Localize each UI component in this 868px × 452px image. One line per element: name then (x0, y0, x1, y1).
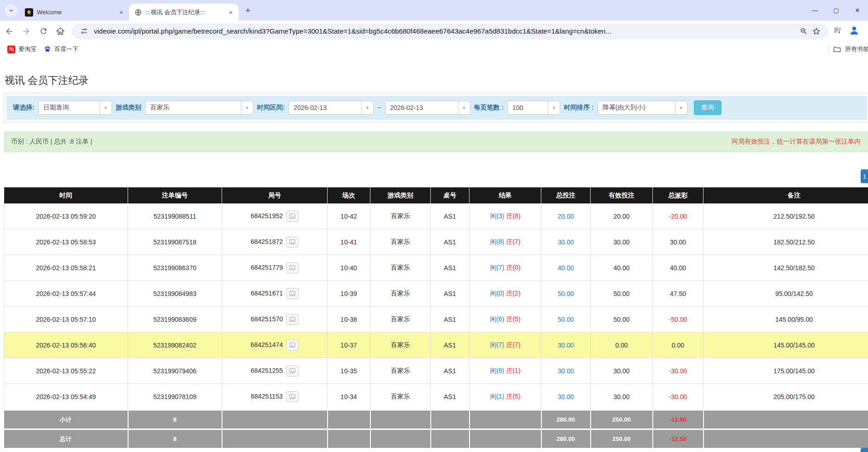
maximize-icon[interactable]: ▢ (826, 0, 847, 21)
query-type-value: 日期查询 (39, 104, 100, 112)
footer-label: 小计 (4, 410, 128, 429)
welcome-favicon (25, 8, 33, 17)
cell-total-bet: 50.00 (541, 307, 591, 332)
round-preview-button[interactable] (286, 211, 299, 222)
cell-valid-bet: 50.00 (591, 281, 653, 307)
round-preview-button[interactable] (286, 365, 299, 377)
date-from-value: 2026-02-13 (289, 104, 361, 111)
table-footer-row: 总计 8 280.00 250.00 -12.50 (4, 429, 868, 448)
pagination-page-button[interactable]: 1 (861, 169, 868, 183)
cell-bet-id: 523199084983 (128, 281, 222, 307)
new-tab-button[interactable]: + (241, 4, 254, 17)
bookmarks-right: 所有书签 (829, 45, 868, 53)
cell-time: 2026-02-13 05:58:53 (4, 229, 128, 255)
table-row: 2026-02-13 05:59:20 523199088511 6842519… (4, 203, 868, 229)
per-page-select[interactable]: 100 ▾ (507, 101, 560, 115)
zoom-icon[interactable] (797, 25, 810, 38)
browser-window: Welcome × :::视讯 会员下注纪录::: × + — ▢ ✕ (0, 0, 868, 452)
result-player: 闲(6) (490, 315, 504, 323)
footer-count: 8 (128, 429, 222, 448)
round-preview-button[interactable] (286, 391, 299, 402)
footer-total-bet: 280.00 (541, 429, 591, 448)
sort-order-label: 时间排序 : (564, 104, 594, 112)
divider (829, 45, 829, 53)
forward-button[interactable] (18, 23, 34, 39)
home-button[interactable] (53, 23, 68, 39)
url-text[interactable]: videoie.com/ipl/portal.php/game/betrecor… (94, 27, 793, 35)
column-header: 场次 (328, 187, 370, 203)
reload-button[interactable] (35, 23, 51, 39)
filter-panel: 请选择: 日期查询 ▾ 游戏类别 百家乐 ▾ 时间区间: 2026-02-13 … (4, 93, 868, 122)
toolbar-right (833, 25, 860, 38)
bookmark-star-icon[interactable] (810, 25, 823, 38)
column-header: 桌号 (431, 187, 469, 203)
cell-payout: 47.50 (653, 281, 704, 307)
date-range-label: 时间区间: (257, 104, 285, 112)
result-player: 闲(1) (490, 393, 504, 400)
game-type-select[interactable]: 百家乐 ▾ (145, 101, 253, 115)
table-header-row: 时间注单编号局号场次游戏类别桌号结果总投注有效投注总派彩备注 (4, 187, 868, 203)
cell-game-type: 百家乐 (370, 229, 431, 255)
tab-search-button[interactable] (5, 4, 18, 17)
cell-table-no: AS1 (431, 229, 469, 255)
cell-game-type: 百家乐 (370, 255, 431, 281)
tab-bet-records[interactable]: :::视讯 会员下注纪录::: × (129, 4, 239, 21)
summary-warning-text: 同局有效投注，统一计算在该局第一张注单内 (732, 138, 861, 146)
cell-session: 10-41 (328, 229, 370, 255)
cell-payout: -30.00 (653, 358, 704, 384)
cell-time: 2026-02-13 05:55:22 (4, 358, 128, 384)
close-icon[interactable]: × (227, 8, 235, 17)
close-window-icon[interactable]: ✕ (847, 0, 868, 21)
taobao-icon: 淘 (7, 46, 15, 53)
site-settings-icon[interactable] (77, 25, 90, 38)
cell-bet-id: 523199086370 (128, 255, 222, 281)
column-header: 结果 (469, 187, 541, 203)
round-preview-button[interactable] (286, 237, 299, 248)
cell-remark: 145.00/145.00 (704, 332, 868, 358)
game-type-label: 游戏类别 (116, 104, 141, 112)
bet-records-table: 时间注单编号局号场次游戏类别桌号结果总投注有效投注总派彩备注 2026-02-1… (4, 187, 868, 448)
back-button[interactable] (1, 23, 17, 39)
close-icon[interactable]: × (117, 8, 125, 17)
cell-bet-id: 523199083609 (128, 307, 222, 332)
cell-remark: 205.00/175.00 (704, 384, 868, 410)
cell-total-bet: 20.00 (541, 203, 591, 229)
window-controls: — ▢ ✕ (804, 0, 868, 21)
bookmark-label: 百度一下 (54, 45, 78, 53)
round-preview-button[interactable] (286, 262, 299, 273)
column-header: 游戏类别 (370, 187, 431, 203)
tab-welcome[interactable]: Welcome × (19, 4, 129, 21)
media-controls-icon[interactable] (833, 26, 842, 37)
bookmark-aitaobao[interactable]: 淘 爱淘宝 (7, 45, 36, 53)
baidu-paw-icon (44, 46, 51, 53)
round-preview-button[interactable] (286, 288, 299, 299)
browser-toolbar: videoie.com/ipl/portal.php/game/betrecor… (0, 21, 868, 41)
result-banker: 庄(5) (506, 393, 520, 400)
round-preview-button[interactable] (286, 314, 299, 325)
date-to-select[interactable]: 2026-02-13 ▾ (385, 101, 470, 115)
sort-order-value: 降幂(由大到小) (598, 104, 675, 112)
select-type-label: 请选择: (13, 104, 35, 112)
table-footer-row: 小计 8 280.00 250.00 -12.50 (4, 410, 868, 429)
minimize-icon[interactable]: — (804, 0, 826, 21)
search-button[interactable]: 查询 (694, 100, 721, 115)
url-bar[interactable]: videoie.com/ipl/portal.php/game/betrecor… (72, 23, 828, 39)
footer-count: 8 (128, 410, 222, 429)
round-preview-button[interactable] (286, 340, 299, 351)
date-from-select[interactable]: 2026-02-13 ▾ (288, 101, 374, 115)
profile-avatar-icon[interactable] (849, 25, 860, 38)
cell-game-type: 百家乐 (370, 203, 431, 229)
column-header: 时间 (4, 187, 128, 203)
cell-round: 684251779 (222, 255, 328, 281)
query-type-select[interactable]: 日期查询 ▾ (38, 101, 112, 115)
cell-round: 684251474 (222, 332, 328, 358)
cell-session: 10-35 (328, 358, 370, 384)
cell-bet-id: 523199087518 (128, 229, 222, 255)
all-bookmarks-label[interactable]: 所有书签 (845, 45, 868, 53)
pagination-bottom-button[interactable] (861, 448, 868, 452)
bookmark-baidu[interactable]: 百度一下 (44, 45, 78, 53)
cell-valid-bet: 30.00 (591, 384, 653, 410)
cell-time: 2026-02-13 05:57:10 (4, 307, 128, 332)
sort-order-select[interactable]: 降幂(由大到小) ▾ (598, 101, 687, 115)
table-row: 2026-02-13 05:58:21 523199086370 6842517… (4, 255, 868, 281)
